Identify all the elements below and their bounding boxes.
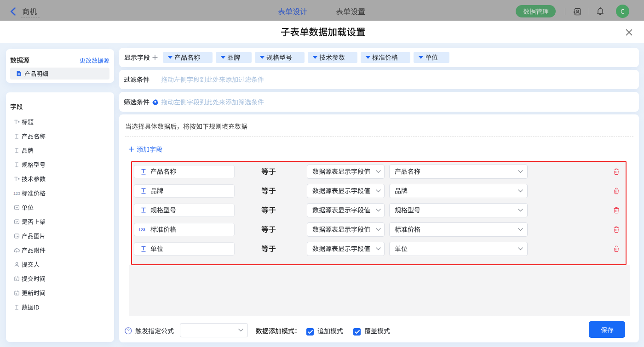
svg-text:?: ?	[126, 328, 129, 333]
svg-text:123: 123	[13, 191, 20, 196]
svg-text:123: 123	[138, 228, 145, 232]
